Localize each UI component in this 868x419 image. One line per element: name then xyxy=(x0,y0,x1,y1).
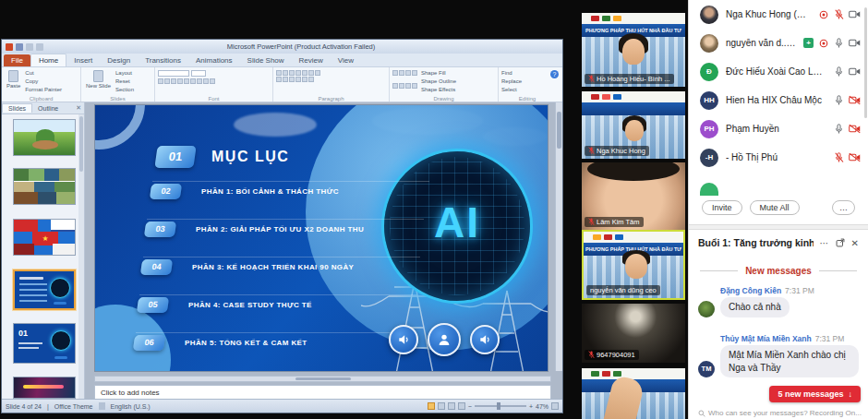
camera-icon[interactable] xyxy=(849,66,861,77)
video-tile-1[interactable]: PHƯƠNG PHÁP THU HÚT NHÀ ĐẦU TƯ Hồ Hoàng … xyxy=(582,13,685,87)
video-tile-3[interactable]: Lâm Kim Tâm xyxy=(582,162,685,230)
pop-out-icon[interactable] xyxy=(836,238,845,247)
zoom-in-icon[interactable]: + xyxy=(529,403,533,410)
avatar xyxy=(700,34,718,53)
tab-insert[interactable]: Insert xyxy=(66,54,100,66)
slide-vertical-scrollbar[interactable] xyxy=(555,102,562,371)
message-sender[interactable]: Đặng Công Kiên xyxy=(720,286,781,295)
layout-button[interactable]: Layout xyxy=(115,69,134,78)
participants-scrollbar[interactable] xyxy=(864,7,867,118)
find-button[interactable]: Find xyxy=(501,69,553,78)
camera-icon[interactable] xyxy=(849,38,861,48)
chat-more-icon[interactable]: ⋯ xyxy=(820,238,829,248)
participant-row[interactable]: HH Hien Ha HIX Châu Mộc xyxy=(689,86,868,114)
shape-outline-button[interactable]: Shape Outline xyxy=(421,78,456,86)
tab-animations[interactable]: Animations xyxy=(188,54,240,66)
reading-view-icon[interactable] xyxy=(448,402,455,410)
video-tile-2[interactable]: Nga Khuc Hong xyxy=(582,91,685,159)
group-clipboard: Clipboard xyxy=(2,96,80,102)
camera-off-icon[interactable] xyxy=(849,95,861,105)
slide-thumbnail-3[interactable]: ★ xyxy=(13,219,76,256)
spellcheck-icon[interactable] xyxy=(99,402,105,410)
slides-pane: Slides Outline ✕ ★ xyxy=(2,102,85,399)
help-icon[interactable]: ? xyxy=(550,70,559,78)
tab-slideshow[interactable]: Slide Show xyxy=(240,54,292,66)
mic-icon[interactable] xyxy=(834,124,844,135)
align-buttons[interactable] xyxy=(276,77,386,82)
slide-thumbnail-2[interactable] xyxy=(13,168,76,205)
camera-icon[interactable] xyxy=(849,9,861,19)
list-buttons[interactable] xyxy=(276,70,386,76)
mic-icon[interactable] xyxy=(834,66,844,78)
slide-thumbnail-5[interactable]: 01 xyxy=(13,323,76,364)
toc-item-1: PHẦN 1: BỐI CẢNH & THÁCH THỨC xyxy=(201,187,339,196)
save-icon[interactable] xyxy=(16,43,23,51)
shapes-gallery[interactable] xyxy=(392,70,418,94)
mic-icon[interactable] xyxy=(834,95,844,106)
shape-effects-button[interactable]: Shape Effects xyxy=(421,86,456,94)
zoom-out-icon[interactable]: − xyxy=(468,403,472,410)
normal-view-icon[interactable] xyxy=(428,402,435,410)
reset-button[interactable]: Reset xyxy=(115,78,134,86)
new-messages-button[interactable]: 5 new messages↓ xyxy=(769,386,861,402)
logo-icon xyxy=(615,234,623,240)
avatar-partial xyxy=(700,183,718,196)
camera-off-icon[interactable] xyxy=(849,152,861,162)
pane-tab-slides[interactable]: Slides xyxy=(2,103,32,113)
tab-review[interactable]: Review xyxy=(292,54,331,66)
section-button[interactable]: Section xyxy=(115,86,134,94)
zoom-level: 47% xyxy=(536,403,549,410)
participant-row[interactable]: Đ Đức Hiếu Xoài Cao Lãnh xyxy=(689,57,868,86)
font-size-select[interactable] xyxy=(191,70,206,77)
chat-privacy-note[interactable]: Who can see your messages? Recording On.… xyxy=(698,409,862,417)
slide-thumbnail-1[interactable] xyxy=(13,119,76,156)
participant-row[interactable]: -H - Hồ Thị Phú xyxy=(689,143,868,172)
zoom-slider[interactable] xyxy=(475,405,526,407)
pane-close-icon[interactable]: ✕ xyxy=(76,104,81,112)
slide-thumbnail-4-selected[interactable] xyxy=(13,269,76,310)
slide-thumbnail-6[interactable] xyxy=(13,377,76,399)
tab-view[interactable]: View xyxy=(331,54,361,66)
fit-to-window-icon[interactable] xyxy=(551,402,559,410)
participant-row[interactable]: PH Phạm Huyền xyxy=(689,114,868,143)
chat-close-icon[interactable]: ✕ xyxy=(851,238,859,248)
tab-file[interactable]: File xyxy=(4,54,30,66)
paste-button[interactable]: Paste xyxy=(5,69,22,94)
pane-scrollbar[interactable] xyxy=(78,114,84,399)
slide-sorter-view-icon[interactable] xyxy=(438,402,445,410)
powerpoint-icon[interactable] xyxy=(6,43,13,51)
chat-title: Buổi 1: Tăng trưởng kinh doanh n... xyxy=(698,237,814,248)
camera-off-icon[interactable] xyxy=(849,124,861,134)
tab-home[interactable]: Home xyxy=(30,54,66,66)
mute-all-button[interactable]: Mute All xyxy=(750,200,800,215)
undo-icon[interactable] xyxy=(26,43,33,51)
cut-button[interactable]: Cut xyxy=(25,69,62,78)
pane-tab-outline[interactable]: Outline xyxy=(32,104,64,113)
copy-button[interactable]: Copy xyxy=(25,78,62,86)
mic-muted-icon[interactable] xyxy=(834,152,844,163)
tab-transitions[interactable]: Transitions xyxy=(138,54,188,66)
video-tile-4-active-speaker[interactable]: PHƯƠNG PHÁP THU HÚT NHÀ ĐẦU TƯ nguyễn vă… xyxy=(582,230,685,300)
font-name-select[interactable] xyxy=(158,70,189,77)
participant-row[interactable]: Nga Khuc Hong (Host, me) xyxy=(689,0,868,29)
mic-muted-icon[interactable] xyxy=(834,9,844,20)
participants-more-button[interactable]: … xyxy=(832,200,855,215)
participant-row[interactable]: nguyễn văn d... (Co host) + xyxy=(689,29,868,57)
down-arrow-icon: ↓ xyxy=(849,389,853,399)
shape-fill-button[interactable]: Shape Fill xyxy=(421,69,456,78)
message-time: 7:31 PM xyxy=(785,286,814,295)
format-painter-button[interactable]: Format Painter xyxy=(25,86,62,94)
redo-icon[interactable] xyxy=(36,43,43,51)
mic-icon[interactable] xyxy=(834,38,844,49)
tab-design[interactable]: Design xyxy=(100,54,138,66)
slideshow-view-icon[interactable] xyxy=(458,402,465,410)
new-slide-button[interactable]: New Slide xyxy=(84,69,113,94)
message-sender[interactable]: Thủy Mật Mía Miền Xanh xyxy=(720,334,812,343)
font-format-buttons[interactable] xyxy=(158,78,270,84)
slide-horizontal-scrollbar[interactable] xyxy=(94,376,551,382)
select-button[interactable]: Select xyxy=(501,86,553,94)
video-tile-6[interactable] xyxy=(582,368,685,419)
invite-button[interactable]: Invite xyxy=(702,200,742,215)
video-tile-5[interactable]: 9647904091 xyxy=(582,304,685,363)
replace-button[interactable]: Replace xyxy=(501,78,553,86)
